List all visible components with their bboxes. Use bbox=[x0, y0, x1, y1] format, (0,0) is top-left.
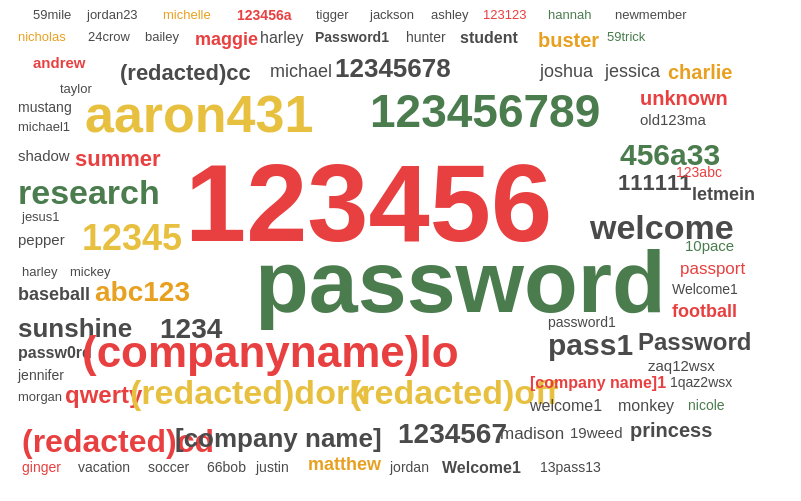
word-item: 123456a bbox=[237, 8, 292, 22]
word-item: student bbox=[460, 30, 518, 46]
word-item: nicole bbox=[688, 398, 725, 412]
word-item: michelle bbox=[163, 8, 211, 21]
word-item: baseball bbox=[18, 285, 90, 303]
word-item: (redacted)cc bbox=[120, 62, 251, 84]
word-item: 1qaz2wsx bbox=[670, 375, 732, 389]
word-item: password bbox=[255, 238, 666, 326]
word-item: 12345 bbox=[82, 220, 182, 256]
word-item: tigger bbox=[316, 8, 349, 21]
word-item: 123123 bbox=[483, 8, 526, 21]
word-item: (redacted)dork bbox=[130, 375, 368, 409]
word-item: jordan23 bbox=[87, 8, 138, 21]
word-item: newmember bbox=[615, 8, 687, 21]
word-item: 59trick bbox=[607, 30, 645, 43]
word-item: old123ma bbox=[640, 112, 706, 127]
word-item: mustang bbox=[18, 100, 72, 114]
word-item: 24crow bbox=[88, 30, 130, 43]
word-item: jennifer bbox=[18, 368, 64, 382]
word-cloud: 59milejordan23michelle123456atiggerjacks… bbox=[0, 0, 801, 501]
word-item: madison bbox=[500, 425, 564, 442]
word-item: zaq12wsx bbox=[648, 358, 715, 373]
word-item: research bbox=[18, 175, 160, 209]
word-item: monkey bbox=[618, 398, 674, 414]
word-item: 10pace bbox=[685, 238, 734, 253]
word-item: michael1 bbox=[18, 120, 70, 133]
word-item: (companyname)lo bbox=[82, 330, 459, 374]
word-item: Welcome1 bbox=[442, 460, 521, 476]
word-item: shadow bbox=[18, 148, 70, 163]
word-item: jessica bbox=[605, 62, 660, 80]
word-item: password1 bbox=[548, 315, 616, 329]
word-item: welcome1 bbox=[530, 398, 602, 414]
word-item: ashley bbox=[431, 8, 469, 21]
word-item: nicholas bbox=[18, 30, 66, 43]
word-item: hannah bbox=[548, 8, 591, 21]
word-item: jesus1 bbox=[22, 210, 60, 223]
word-item: abc123 bbox=[95, 278, 190, 306]
word-item: jackson bbox=[370, 8, 414, 21]
word-item: maggie bbox=[195, 30, 258, 48]
word-item: pass1 bbox=[548, 330, 633, 360]
word-item: passw0rd bbox=[18, 345, 92, 361]
word-item: ginger bbox=[22, 460, 61, 474]
word-item: michael bbox=[270, 62, 332, 80]
word-item: Password1 bbox=[315, 30, 389, 44]
word-item: justin bbox=[256, 460, 289, 474]
word-item: charlie bbox=[668, 62, 732, 82]
word-item: 12345678 bbox=[335, 55, 451, 81]
word-item: joshua bbox=[540, 62, 593, 80]
word-item: princess bbox=[630, 420, 712, 440]
word-item: (redacted)off bbox=[350, 375, 558, 409]
word-item: 13pass13 bbox=[540, 460, 601, 474]
word-item: bailey bbox=[145, 30, 179, 43]
word-item: harley bbox=[22, 265, 57, 278]
word-item: summer bbox=[75, 148, 161, 170]
word-item: [company name]1 bbox=[530, 375, 666, 391]
word-item: aaron431 bbox=[85, 88, 313, 140]
word-item: [company name] bbox=[175, 425, 382, 451]
word-item: unknown bbox=[640, 88, 728, 108]
word-item: harley bbox=[260, 30, 304, 46]
word-item: andrew bbox=[33, 55, 86, 70]
word-item: passport bbox=[680, 260, 745, 277]
word-item: buster bbox=[538, 30, 599, 50]
word-item: football bbox=[672, 302, 737, 320]
word-item: 1234567 bbox=[398, 420, 507, 448]
word-item: 19weed bbox=[570, 425, 623, 440]
word-item: 123456789 bbox=[370, 88, 600, 134]
word-item: pepper bbox=[18, 232, 65, 247]
word-item: 66bob bbox=[207, 460, 246, 474]
word-item: jordan bbox=[390, 460, 429, 474]
word-item: morgan bbox=[18, 390, 62, 403]
word-item: vacation bbox=[78, 460, 130, 474]
word-item: 59mile bbox=[33, 8, 71, 21]
word-item: matthew bbox=[308, 455, 381, 473]
word-item: Welcome1 bbox=[672, 282, 738, 296]
word-item: Password bbox=[638, 330, 751, 354]
word-item: 123abc bbox=[676, 165, 722, 179]
word-item: hunter bbox=[406, 30, 446, 44]
word-item: letmein bbox=[692, 185, 755, 203]
word-item: soccer bbox=[148, 460, 189, 474]
